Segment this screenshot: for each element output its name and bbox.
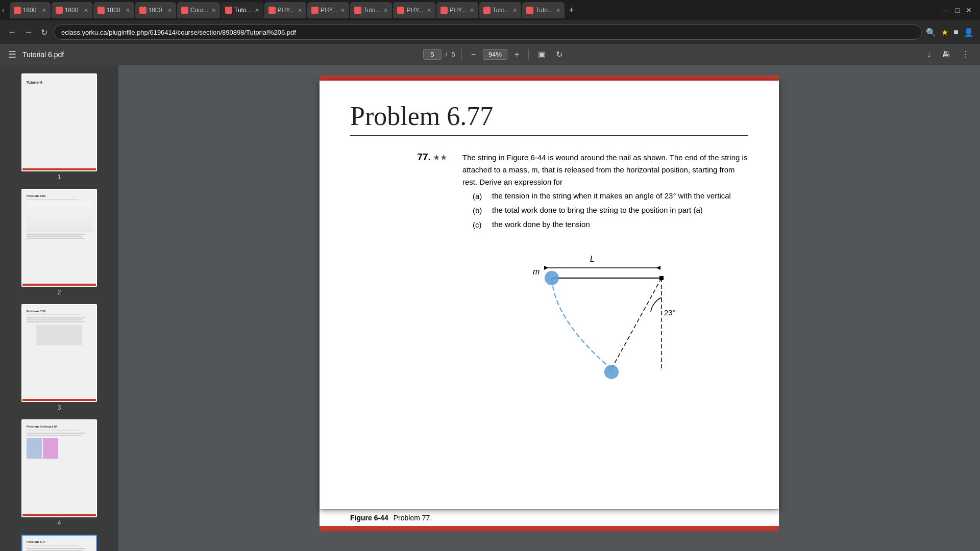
tab-12[interactable]: Tuto... ✕ <box>479 2 522 18</box>
tab-5-favicon <box>181 7 188 14</box>
tab-6[interactable]: Tuto... ✕ <box>221 2 263 18</box>
tab-3-close[interactable]: ✕ <box>126 7 130 14</box>
thumb-frame-4: Problem Solving 6.54 <box>21 419 97 517</box>
tab-4[interactable]: 1800 ✕ <box>135 2 176 18</box>
tab-9-close[interactable]: ✕ <box>383 7 388 14</box>
sub-text-b: the total work done to bring the string … <box>492 205 703 217</box>
tab-9-title: Tuto... <box>363 7 381 14</box>
download-button[interactable]: ↓ <box>925 48 933 61</box>
tab-4-favicon <box>139 7 146 14</box>
fit-page-button[interactable]: ▣ <box>535 48 549 60</box>
toolbar-divider <box>461 49 462 60</box>
tab-1-favicon <box>14 7 21 14</box>
tab-6-favicon <box>225 7 232 14</box>
tab-12-title: Tuto... <box>493 7 510 14</box>
back-button[interactable]: ← <box>6 26 18 39</box>
maximize-button[interactable]: □ <box>955 6 960 14</box>
sub-label-a: (a) <box>473 190 488 203</box>
tab-11-close[interactable]: ✕ <box>470 7 474 14</box>
pdf-area[interactable]: Problem 6.77 77. ★★ The string in Figure… <box>118 65 980 551</box>
thumb-num-4: 4 <box>58 519 61 527</box>
thumb-red-bar-1 <box>22 168 96 170</box>
page-thumb-5[interactable]: Problem 6.77 5 <box>6 535 112 551</box>
thumb-red-bar-2 <box>22 284 96 286</box>
zoom-in-button[interactable]: + <box>511 49 522 60</box>
tab-9[interactable]: Tuto... ✕ <box>350 2 393 18</box>
tab-5[interactable]: Cour... ✕ <box>177 2 220 18</box>
page-thumb-1[interactable]: Tutorial 6 1 <box>6 73 112 181</box>
page-thumb-4[interactable]: Problem Solving 6.54 4 <box>6 419 112 527</box>
toolbar-right: ↓ 🖶 ⋮ <box>925 47 972 61</box>
problem-text-area: 77. ★★ The string in Figure 6-44 is woun… <box>350 152 748 405</box>
star-icon[interactable]: ★ <box>941 28 948 37</box>
page-separator: / <box>446 51 448 58</box>
forward-button[interactable]: → <box>22 26 35 39</box>
tab-10-favicon <box>397 7 404 14</box>
tab-2-close[interactable]: ✕ <box>84 7 88 14</box>
rotate-button[interactable]: ↻ <box>553 48 566 60</box>
svg-marker-7 <box>544 266 548 270</box>
tab-2[interactable]: 1800 ✕ <box>52 2 92 18</box>
tab-13-favicon <box>526 7 533 14</box>
tab-7[interactable]: PHY... ✕ <box>264 2 306 18</box>
tab-2-favicon <box>56 7 63 14</box>
tab-3-favicon <box>97 7 105 14</box>
page-total: 5 <box>451 51 455 58</box>
tab-8[interactable]: PHY... ✕ <box>307 2 349 18</box>
problem-title: Problem 6.77 <box>350 101 748 136</box>
tab-11[interactable]: PHY... ✕ <box>436 2 478 18</box>
tab-1[interactable]: 1800 ✕ <box>10 2 51 18</box>
page-input[interactable]: 5 <box>423 49 442 60</box>
address-input[interactable]: eclass.yorku.ca/pluginfile.php/6196414/c… <box>54 24 922 40</box>
tab-6-title: Tuto... <box>234 7 252 14</box>
search-icon[interactable]: 🔍 <box>926 28 936 37</box>
page-red-bottom <box>320 526 779 531</box>
tab-1-close[interactable]: ✕ <box>42 7 46 14</box>
figure-container: m L <box>462 246 748 405</box>
more-button[interactable]: ⋮ <box>960 47 972 61</box>
problem-number-area: 77. ★★ <box>350 152 452 405</box>
pdf-toolbar: ☰ Tutorial 6.pdf 5 / 5 − 94% + ▣ ↻ ↓ 🖶 ⋮ <box>0 44 980 65</box>
tab-3[interactable]: 1800 ✕ <box>93 2 134 18</box>
tab-8-close[interactable]: ✕ <box>340 7 345 14</box>
minimize-button[interactable]: — <box>942 6 949 14</box>
tab-13-close[interactable]: ✕ <box>556 7 560 14</box>
refresh-button[interactable]: ↻ <box>39 26 50 39</box>
tab-4-title: 1800 <box>149 7 164 14</box>
tab-4-close[interactable]: ✕ <box>167 7 172 14</box>
address-bar: ← → ↻ eclass.yorku.ca/pluginfile.php/619… <box>0 20 980 44</box>
main-content: Tutorial 6 1 Problem 6.80 2 <box>0 65 980 551</box>
tab-13[interactable]: Tuto... ✕ <box>522 2 565 18</box>
window-back[interactable]: ‹ <box>2 6 5 14</box>
new-tab-button[interactable]: + <box>566 5 577 16</box>
tab-10[interactable]: PHY... ✕ <box>393 2 435 18</box>
tab-5-title: Cour... <box>190 7 208 14</box>
pdf-title: Tutorial 6.pdf <box>22 51 64 59</box>
tab-13-title: Tuto... <box>535 7 553 14</box>
address-icons: 🔍 ★ ■ 👤 <box>926 28 974 37</box>
tab-5-close[interactable]: ✕ <box>211 7 216 14</box>
thumb-num-3: 3 <box>58 404 61 411</box>
sub-text-a: the tension in the string when it makes … <box>492 190 731 203</box>
thumb-inner-2: Problem 6.80 <box>22 190 96 286</box>
sub-label-c: (c) <box>473 219 488 231</box>
page-thumb-2[interactable]: Problem 6.80 2 <box>6 189 112 296</box>
page-thumb-3[interactable]: Problem 6.56 3 <box>6 304 112 411</box>
figure-caption-bar: Figure 6-44 Problem 77. <box>320 509 779 526</box>
tab-12-close[interactable]: ✕ <box>512 7 517 14</box>
thumb-frame-3: Problem 6.56 <box>21 304 97 402</box>
zoom-out-button[interactable]: − <box>468 49 479 60</box>
tab-7-close[interactable]: ✕ <box>298 7 302 14</box>
window-controls: — □ ✕ <box>942 6 978 14</box>
extension-icon[interactable]: ■ <box>953 28 959 37</box>
pdf-page-content: Problem 6.77 77. ★★ The string in Figure… <box>320 81 779 425</box>
tab-10-close[interactable]: ✕ <box>427 7 431 14</box>
tab-1-title: 1800 <box>23 7 39 14</box>
thumb-title-1: Tutorial 6 <box>27 81 42 84</box>
sub-item-a: (a) the tension in the string when it ma… <box>473 190 748 203</box>
account-icon[interactable]: 👤 <box>964 28 974 37</box>
close-button[interactable]: ✕ <box>966 6 972 14</box>
print-button[interactable]: 🖶 <box>940 48 952 61</box>
tab-6-close[interactable]: ✕ <box>255 7 259 14</box>
menu-button[interactable]: ☰ <box>8 49 16 60</box>
